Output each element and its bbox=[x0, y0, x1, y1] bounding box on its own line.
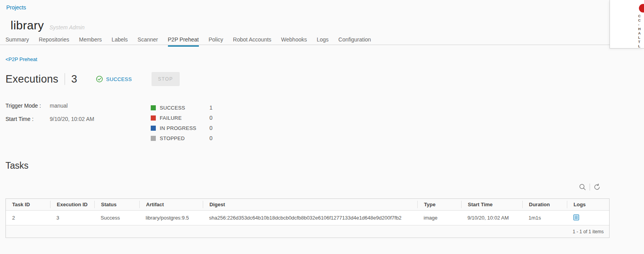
project-header: library System Admin bbox=[11, 19, 85, 32]
stop-button[interactable]: STOP bbox=[152, 72, 180, 86]
tab-policy[interactable]: Policy bbox=[209, 36, 223, 47]
cell-execution-id: 3 bbox=[50, 215, 94, 221]
start-time-label: Start Time : bbox=[5, 116, 50, 122]
trigger-mode-label: Trigger Mode : bbox=[5, 103, 50, 109]
project-role-label: System Admin bbox=[49, 24, 85, 31]
clipped-text-fragments: C C - H A L T L bbox=[638, 14, 641, 49]
cell-task-id: 2 bbox=[6, 215, 50, 221]
tab-summary[interactable]: Summary bbox=[5, 36, 29, 47]
tab-configuration[interactable]: Configuration bbox=[338, 36, 371, 47]
cell-artifact: library/postgres:9.5 bbox=[139, 215, 203, 221]
tab-p2p-preheat[interactable]: P2P Preheat bbox=[168, 36, 199, 47]
execution-details: Trigger Mode : manual Start Time : 9/10/… bbox=[5, 103, 94, 129]
tabs-divider bbox=[0, 45, 644, 45]
tasks-table: Task ID Execution ID Status Artifact Dig… bbox=[5, 198, 610, 238]
tasks-grid-toolbar bbox=[579, 183, 601, 191]
refresh-icon[interactable] bbox=[593, 183, 601, 191]
status-legend: SUCCESS 1 FAILURE 0 IN PROGRESS 0 STOPPE… bbox=[151, 103, 197, 143]
cell-start-time: 9/10/20, 10:02 AM bbox=[461, 215, 522, 221]
success-check-icon bbox=[96, 76, 103, 83]
clipped-edge-panel: C C - H A L T L bbox=[610, 0, 644, 49]
tab-members[interactable]: Members bbox=[79, 36, 102, 47]
tab-logs[interactable]: Logs bbox=[317, 36, 328, 47]
legend-count: 0 bbox=[209, 125, 213, 131]
col-start-time[interactable]: Start Time bbox=[461, 201, 522, 208]
legend-row-stopped: STOPPED 0 bbox=[151, 133, 197, 143]
failure-swatch-icon bbox=[151, 115, 156, 121]
legend-count: 1 bbox=[209, 104, 213, 111]
legend-label: FAILURE bbox=[160, 115, 182, 121]
start-time-value: 9/10/20, 10:02 AM bbox=[50, 116, 94, 122]
trigger-mode-value: manual bbox=[50, 103, 68, 109]
legend-label: SUCCESS bbox=[160, 105, 185, 111]
back-to-p2p-preheat-link[interactable]: <P2P Preheat bbox=[5, 56, 37, 62]
pagination-summary: 1 - 1 of 1 items bbox=[573, 229, 604, 234]
toolbar-divider bbox=[590, 184, 590, 191]
legend-count: 0 bbox=[209, 115, 213, 121]
in-progress-swatch-icon bbox=[151, 126, 156, 131]
tasks-title: Tasks bbox=[5, 160, 29, 171]
red-dot-icon bbox=[639, 4, 644, 13]
legend-count: 0 bbox=[209, 135, 213, 141]
page-title: library bbox=[11, 19, 44, 32]
col-digest[interactable]: Digest bbox=[203, 201, 417, 208]
executions-count: 3 bbox=[71, 73, 77, 85]
detail-start-time: Start Time : 9/10/20, 10:02 AM bbox=[5, 116, 94, 122]
cell-logs bbox=[567, 214, 610, 222]
stopped-swatch-icon bbox=[151, 136, 156, 141]
execution-status-badge: SUCCESS bbox=[96, 76, 132, 83]
tab-robot-accounts[interactable]: Robot Accounts bbox=[233, 36, 271, 47]
executions-header: Executions 3 SUCCESS STOP bbox=[5, 72, 180, 86]
legend-label: STOPPED bbox=[160, 135, 185, 141]
executions-title: Executions bbox=[5, 73, 58, 85]
legend-row-failure: FAILURE 0 bbox=[151, 113, 197, 123]
header-divider bbox=[65, 73, 65, 85]
legend-row-in-progress: IN PROGRESS 0 bbox=[151, 123, 197, 133]
col-task-id[interactable]: Task ID bbox=[6, 201, 50, 208]
cell-digest: sha256:226d353dc64b10b18dcbcb0dcfb8b032e… bbox=[203, 215, 417, 221]
col-duration[interactable]: Duration bbox=[522, 201, 567, 208]
cell-status: Success bbox=[94, 215, 139, 221]
cell-duration: 1m1s bbox=[522, 215, 567, 221]
col-status[interactable]: Status bbox=[94, 201, 139, 208]
col-type[interactable]: Type bbox=[417, 201, 461, 208]
col-execution-id[interactable]: Execution ID bbox=[50, 201, 94, 208]
breadcrumb-projects-link[interactable]: Projects bbox=[6, 4, 26, 11]
cell-type: image bbox=[417, 215, 461, 221]
col-logs[interactable]: Logs bbox=[567, 201, 610, 208]
tab-scanner[interactable]: Scanner bbox=[137, 36, 158, 47]
tasks-table-footer: 1 - 1 of 1 items bbox=[6, 225, 609, 238]
legend-label: IN PROGRESS bbox=[160, 125, 197, 131]
execution-status-label: SUCCESS bbox=[106, 76, 132, 82]
legend-row-success: SUCCESS 1 bbox=[151, 103, 197, 113]
log-file-icon[interactable] bbox=[573, 214, 579, 221]
detail-trigger-mode: Trigger Mode : manual bbox=[5, 103, 94, 109]
table-row: 2 3 Success library/postgres:9.5 sha256:… bbox=[6, 210, 609, 225]
col-artifact[interactable]: Artifact bbox=[139, 201, 203, 208]
tab-labels[interactable]: Labels bbox=[112, 36, 128, 47]
tab-repositories[interactable]: Repositories bbox=[39, 36, 69, 47]
project-tabs: Summary Repositories Members Labels Scan… bbox=[5, 36, 371, 47]
success-swatch-icon bbox=[151, 105, 156, 110]
tasks-table-header: Task ID Execution ID Status Artifact Dig… bbox=[6, 199, 609, 210]
tab-webhooks[interactable]: Webhooks bbox=[281, 36, 307, 47]
search-icon[interactable] bbox=[579, 183, 586, 191]
